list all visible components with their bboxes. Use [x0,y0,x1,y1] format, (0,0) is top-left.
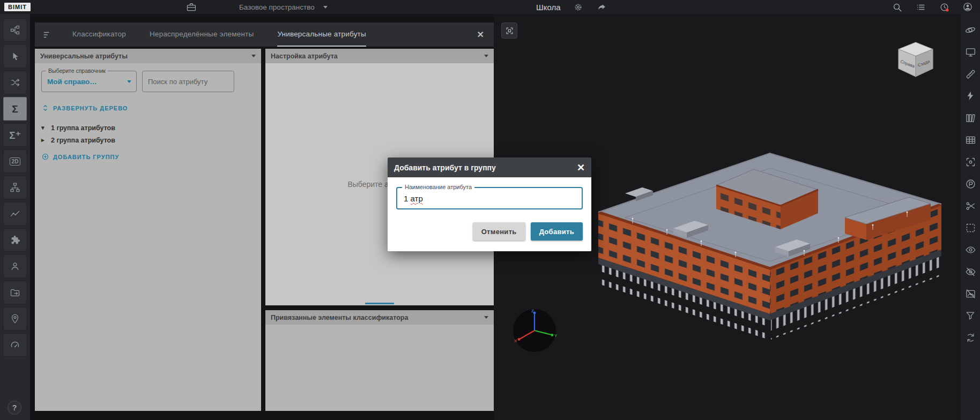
axis-gizmo[interactable]: Z Y X [510,306,559,355]
dialog-title: Добавить атрибут в группу [394,163,496,172]
misspelled-word: атр [411,194,423,203]
submit-button[interactable]: Добавить [531,222,583,241]
dialog-body: Наименование атрибута 1 атр Отменить Доб… [388,177,591,251]
add-group-button[interactable]: ДОБАВИТЬ ГРУППУ [41,153,255,161]
reference-select-value: Мой справо… [47,78,97,86]
notification-dot [946,9,948,11]
tab-unallocated-elements[interactable]: Нераспределённые элементы [150,22,254,47]
table-grid-icon[interactable] [964,133,977,146]
gauge-icon[interactable] [3,333,27,357]
history-icon[interactable] [938,1,950,13]
tree-item-group-1[interactable]: ▾ 1 группа атрибутов [41,122,255,134]
panel-divider [265,305,494,310]
2d-icon[interactable]: 2D [3,149,27,173]
folder-shared-icon[interactable] [3,281,27,304]
attribute-search-input[interactable] [142,71,234,92]
account-tree-icon[interactable] [3,18,27,42]
lightning-icon[interactable] [964,89,977,102]
projects-button[interactable] [185,0,197,14]
linked-elements-header[interactable]: Привязанные элементы классификатора [265,310,494,325]
reference-select[interactable]: Выберите справочник Мой справо… [41,71,137,92]
linked-elements-body [265,325,494,411]
search-icon[interactable] [891,1,903,13]
account-icon[interactable] [962,1,974,13]
panel-menu-icon[interactable] [42,29,53,40]
person-icon[interactable] [3,254,27,278]
briefcase-icon [185,1,197,13]
plus-circle-icon [41,153,49,161]
chevron-down-icon [484,55,488,57]
display-icon[interactable] [964,46,977,58]
fit-to-screen-button[interactable] [501,22,517,39]
logo-text: BIMIT [4,3,31,11]
workspace-label: Базовое пространство [239,3,315,11]
workspace-dropdown[interactable]: Базовое пространство [239,0,328,14]
eye-icon[interactable] [964,243,977,256]
sigma-icon[interactable]: Σ [3,97,27,121]
tree-item-label: 1 группа атрибутов [51,124,115,132]
sigma-plus-icon[interactable]: Σ⁺ [3,123,27,147]
app-window: BIMIT Базовое пространство Школа [0,0,980,420]
universal-attributes-panel-header[interactable]: Универсальные атрибуты [35,49,261,63]
chevron-down-icon [127,80,131,83]
chevron-down-icon [484,316,488,319]
chevron-down-icon [251,55,256,57]
dialog-header[interactable]: Добавить атрибут в группу ✕ [388,158,591,177]
attribute-settings-header[interactable]: Настройка атрибута [265,49,494,63]
fit-to-screen-icon [505,26,514,35]
list-icon[interactable] [915,1,926,13]
universal-attributes-panel: Универсальные атрибуты Выберите справочн… [35,49,261,411]
tree-item-label: 2 группа атрибутов [51,137,115,144]
unfold-icon [41,104,49,112]
section-scissors-icon[interactable] [964,199,977,212]
gear-icon[interactable] [573,1,584,13]
caret-collapsed-icon: ▸ [41,137,47,144]
axis-label-z: Z [531,309,534,313]
books-icon[interactable] [964,111,977,124]
building-model[interactable] [593,148,947,351]
add-group-label: ДОБАВИТЬ ГРУППУ [53,154,119,160]
universal-attributes-panel-body: Выберите справочник Мой справо… РАЗВЕРНУ… [35,63,261,168]
help-button[interactable]: ? [8,401,21,415]
image-off-icon[interactable] [964,287,977,300]
axis-label-y: Y [554,333,558,338]
navigation-cube[interactable]: Справа Сзади [893,36,939,82]
tab-universal-attributes[interactable]: Универсальные атрибуты [277,22,366,47]
attribute-name-label: Наименование атрибута [402,184,474,190]
line-chart-icon[interactable] [3,202,27,226]
parking-icon[interactable] [964,177,977,190]
project-title: Школа [536,3,561,12]
close-icon[interactable]: ✕ [577,163,585,172]
filter-icon[interactable] [964,309,977,322]
org-chart-icon[interactable] [3,176,27,199]
right-toolbar [960,14,980,420]
eye-off-icon[interactable] [964,265,977,278]
expand-tree-label: РАЗВЕРНУТЬ ДЕРЕВО [53,105,128,111]
tabbar: Классификатор Нераспределённые элементы … [35,22,494,47]
puzzle-icon[interactable] [3,228,27,252]
tab-classifier[interactable]: Классификатор [72,22,126,47]
tree-item-group-2[interactable]: ▸ 2 группа атрибутов [41,134,255,146]
connections-icon[interactable] [3,71,27,94]
ruler-icon[interactable] [964,68,977,80]
add-attribute-dialog: Добавить атрибут в группу ✕ Наименование… [388,158,591,251]
cancel-button[interactable]: Отменить [473,222,525,241]
select-cursor-icon[interactable] [3,44,27,68]
orbit-icon[interactable] [964,24,977,36]
attribute-groups-tree: ▾ 1 группа атрибутов ▸ 2 группа атрибуто… [41,122,255,146]
expand-tree-button[interactable]: РАЗВЕРНУТЬ ДЕРЕВО [41,104,255,112]
close-icon[interactable]: ✕ [477,29,484,40]
sync-icon[interactable] [964,331,977,344]
logo[interactable]: BIMIT [4,0,31,14]
reference-select-label: Выберите справочник [46,68,108,74]
chevron-down-icon [323,6,328,9]
person-pin-icon[interactable] [3,307,27,331]
attribute-name-value: 1 атр [404,194,423,203]
panel-header-title: Привязанные элементы классификатора [271,314,408,321]
topbar: BIMIT Базовое пространство Школа [0,0,980,14]
selection-box-icon[interactable] [964,221,977,234]
attribute-name-field[interactable]: Наименование атрибута 1 атр [396,187,583,209]
share-icon[interactable] [596,1,608,13]
center-focus-icon[interactable] [964,155,977,168]
horizontal-scrollbar[interactable] [365,303,394,304]
